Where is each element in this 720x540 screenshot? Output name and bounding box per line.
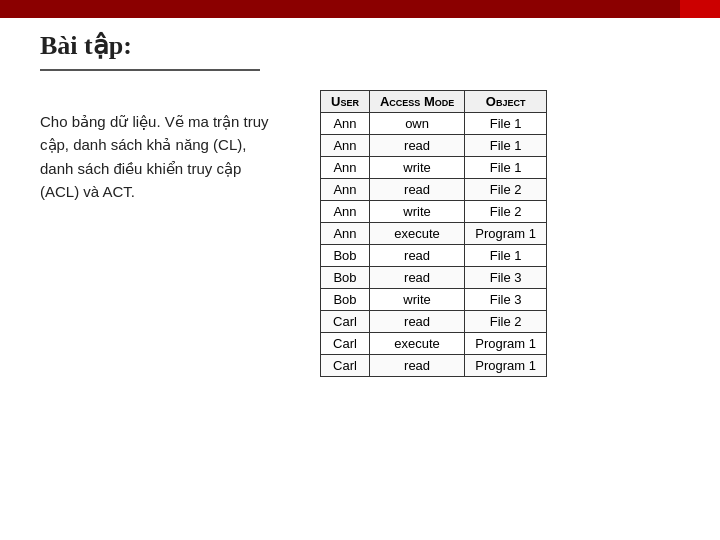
table-cell: File 1 [465,157,547,179]
table-row: AnnreadFile 2 [321,179,547,201]
table-cell: File 2 [465,201,547,223]
table-cell: execute [369,223,464,245]
title-divider [40,69,260,71]
table-cell: write [369,201,464,223]
table-cell: Bob [321,289,370,311]
table-cell: own [369,113,464,135]
table-cell: File 1 [465,113,547,135]
table-cell: Bob [321,245,370,267]
table-cell: Program 1 [465,355,547,377]
table-cell: Ann [321,201,370,223]
table-cell: read [369,355,464,377]
col-header-object: Object [465,91,547,113]
table-row: BobreadFile 3 [321,267,547,289]
col-header-access: Access Mode [369,91,464,113]
table-cell: File 3 [465,267,547,289]
table-cell: read [369,245,464,267]
table-cell: read [369,267,464,289]
access-table: User Access Mode Object AnnownFile 1Annr… [320,90,547,377]
table-row: AnnownFile 1 [321,113,547,135]
table-row: BobwriteFile 3 [321,289,547,311]
top-bar-accent [680,0,720,18]
table-cell: Ann [321,223,370,245]
table-cell: Carl [321,311,370,333]
table-cell: File 1 [465,245,547,267]
page-title: Bài tập: [40,30,680,61]
table-row: AnnwriteFile 1 [321,157,547,179]
table-cell: Ann [321,157,370,179]
access-table-container: User Access Mode Object AnnownFile 1Annr… [320,90,680,377]
table-cell: Carl [321,333,370,355]
table-row: AnnexecuteProgram 1 [321,223,547,245]
table-cell: File 1 [465,135,547,157]
table-cell: write [369,157,464,179]
top-bar [0,0,720,18]
table-cell: Program 1 [465,223,547,245]
table-row: AnnwriteFile 2 [321,201,547,223]
table-row: BobreadFile 1 [321,245,547,267]
table-row: CarlexecuteProgram 1 [321,333,547,355]
table-cell: execute [369,333,464,355]
table-cell: write [369,289,464,311]
table-row: AnnreadFile 1 [321,135,547,157]
table-cell: File 2 [465,179,547,201]
table-cell: read [369,179,464,201]
table-cell: Ann [321,179,370,201]
table-cell: read [369,311,464,333]
table-cell: File 3 [465,289,547,311]
main-content: Bài tập: Cho bảng dữ liệu. Vẽ ma trận tr… [40,30,680,520]
table-row: CarlreadFile 2 [321,311,547,333]
table-row: CarlreadProgram 1 [321,355,547,377]
table-cell: Carl [321,355,370,377]
body-text: Cho bảng dữ liệu. Vẽ ma trận truy cập, d… [40,110,270,203]
table-cell: Program 1 [465,333,547,355]
table-cell: File 2 [465,311,547,333]
col-header-user: User [321,91,370,113]
table-cell: Ann [321,135,370,157]
table-cell: Bob [321,267,370,289]
table-cell: read [369,135,464,157]
table-cell: Ann [321,113,370,135]
